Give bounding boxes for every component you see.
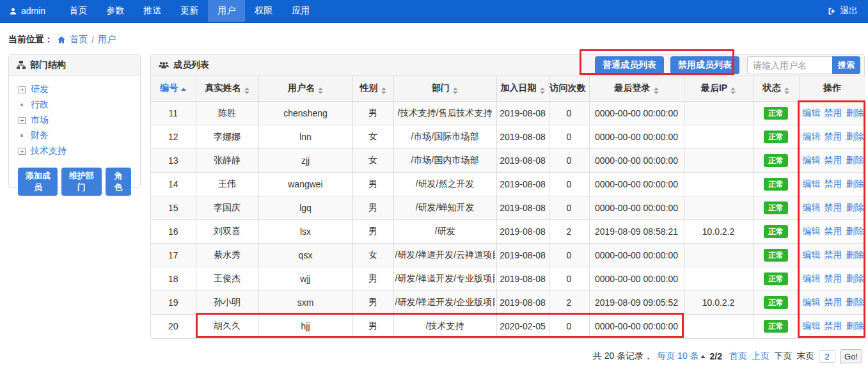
edit-link[interactable]: 编辑	[803, 178, 821, 189]
table-header-row: 编号真实姓名用户名性别部门加入日期访问次数最后登录最后IP状态操作	[151, 75, 865, 101]
edit-link[interactable]: 编辑	[803, 155, 821, 165]
tree-label[interactable]: 技术支持	[31, 145, 67, 157]
cell-actions: 编辑禁用删除	[799, 172, 865, 196]
tree-item[interactable]: 行政	[18, 97, 131, 113]
cell-join-date: 2019-08-08	[496, 148, 549, 172]
disable-link[interactable]: 禁用	[825, 131, 842, 141]
delete-link[interactable]: 删除	[846, 107, 864, 118]
bullet-icon	[20, 134, 23, 137]
delete-link[interactable]: 删除	[846, 178, 864, 189]
disable-link[interactable]: 禁用	[825, 273, 842, 283]
col-status[interactable]: 状态	[753, 75, 799, 101]
col-username[interactable]: 用户名	[258, 75, 352, 101]
disable-link[interactable]: 禁用	[825, 202, 842, 212]
col-last-ip[interactable]: 最后IP	[684, 75, 753, 101]
delete-link[interactable]: 删除	[846, 226, 864, 236]
col-dept[interactable]: 部门	[393, 75, 496, 101]
expand-plus-icon[interactable]	[19, 148, 26, 155]
member-table: 编号真实姓名用户名性别部门加入日期访问次数最后登录最后IP状态操作 11陈胜ch…	[151, 75, 865, 338]
col-last-login[interactable]: 最后登录	[589, 75, 684, 101]
expand-plus-icon[interactable]	[19, 117, 26, 124]
col-join-date[interactable]: 加入日期	[496, 75, 549, 101]
cell-last-login: 0000-00-00 00:00:00	[589, 314, 684, 338]
search-input[interactable]	[747, 56, 832, 74]
edit-link[interactable]: 编辑	[803, 273, 821, 283]
next-page-link[interactable]: 下页	[774, 351, 792, 362]
cell-visits: 2	[549, 219, 589, 243]
col-visits[interactable]: 访问次数	[549, 75, 589, 101]
disable-link[interactable]: 禁用	[825, 178, 842, 189]
tree-item[interactable]: 市场	[18, 113, 131, 128]
expand-plus-icon[interactable]	[19, 86, 26, 93]
dept-path: /技术支持	[426, 320, 464, 332]
delete-link[interactable]: 删除	[846, 249, 864, 260]
nav-item-5[interactable]: 用户	[208, 0, 245, 22]
go-button[interactable]: Go!	[840, 349, 862, 363]
tree-item[interactable]: 技术支持	[18, 143, 131, 159]
cell-status: 正常	[753, 219, 799, 243]
normal-members-button[interactable]: 普通成员列表	[595, 56, 664, 74]
add-member-button[interactable]: 添加成员	[18, 168, 58, 196]
cell-id: 14	[151, 172, 196, 196]
tree-item[interactable]: 研发	[18, 82, 131, 97]
disable-link[interactable]: 禁用	[825, 107, 842, 118]
cell-last-login: 0000-00-00 00:00:00	[589, 172, 684, 196]
per-page-link[interactable]: 每页 10 条	[657, 351, 698, 362]
disable-link[interactable]: 禁用	[825, 155, 842, 165]
page-input[interactable]	[819, 350, 835, 363]
maintain-dept-button[interactable]: 维护部门	[61, 168, 101, 196]
user-menu[interactable]: admin	[0, 0, 54, 22]
cell-last-login: 0000-00-00 00:00:00	[589, 148, 684, 172]
disable-link[interactable]: 禁用	[825, 297, 842, 307]
delete-link[interactable]: 删除	[846, 202, 864, 212]
prev-page-link[interactable]: 上页	[752, 351, 769, 362]
edit-link[interactable]: 编辑	[803, 107, 821, 118]
role-button[interactable]: 角色	[106, 168, 131, 196]
edit-link[interactable]: 编辑	[803, 249, 821, 260]
nav-item-2[interactable]: 参数	[97, 0, 134, 22]
tree-label[interactable]: 行政	[31, 99, 49, 111]
search-button[interactable]: 搜索	[832, 56, 860, 74]
breadcrumb-home-link[interactable]: 首页	[70, 34, 88, 45]
logout-button[interactable]: 退出	[817, 0, 868, 22]
table-row: 15李国庆lgq男/研发/蝉知开发2019-08-0800000-00-00 0…	[151, 196, 865, 219]
tree-item[interactable]: 财务	[18, 128, 131, 143]
last-page-link[interactable]: 末页	[796, 351, 814, 362]
tree-label[interactable]: 研发	[31, 84, 49, 95]
nav-item-7[interactable]: 应用	[282, 0, 319, 22]
edit-link[interactable]: 编辑	[803, 320, 821, 331]
col-id[interactable]: 编号	[151, 75, 196, 101]
tree-label[interactable]: 财务	[31, 130, 49, 141]
nav-item-1[interactable]: 首页	[59, 0, 97, 22]
delete-link[interactable]: 删除	[846, 320, 864, 331]
disable-link[interactable]: 禁用	[825, 226, 842, 236]
disable-link[interactable]: 禁用	[825, 249, 842, 260]
disable-link[interactable]: 禁用	[825, 320, 842, 331]
cell-dept: /技术支持/售后技术支持	[393, 101, 496, 125]
dept-path: /研发/禅道开发/专业版项目	[395, 273, 495, 285]
breadcrumb-current[interactable]: 用户	[98, 34, 116, 45]
nav-item-4[interactable]: 更新	[171, 0, 208, 22]
cell-id: 20	[151, 314, 196, 338]
disabled-members-button[interactable]: 禁用成员列表	[670, 56, 739, 74]
cell-username: zjj	[258, 148, 352, 172]
cell-dept: /研发/禅道开发/专业版项目	[393, 267, 496, 290]
cell-status: 正常	[753, 243, 799, 267]
edit-link[interactable]: 编辑	[803, 226, 821, 236]
col-name[interactable]: 真实姓名	[196, 75, 258, 101]
tree-label[interactable]: 市场	[31, 114, 49, 126]
delete-link[interactable]: 删除	[846, 297, 864, 307]
edit-link[interactable]: 编辑	[803, 297, 821, 307]
col-gender[interactable]: 性别	[352, 75, 393, 101]
nav-menu: 首页参数推送更新用户权限应用	[59, 0, 319, 22]
first-page-link[interactable]: 首页	[729, 351, 747, 362]
cell-last-ip: 10.0.2.2	[684, 290, 753, 314]
edit-link[interactable]: 编辑	[803, 131, 821, 141]
delete-link[interactable]: 删除	[846, 131, 864, 141]
cell-username: lnn	[258, 125, 352, 148]
nav-item-6[interactable]: 权限	[245, 0, 282, 22]
delete-link[interactable]: 删除	[846, 155, 864, 165]
nav-item-3[interactable]: 推送	[134, 0, 171, 22]
delete-link[interactable]: 删除	[846, 273, 864, 283]
edit-link[interactable]: 编辑	[803, 202, 821, 212]
